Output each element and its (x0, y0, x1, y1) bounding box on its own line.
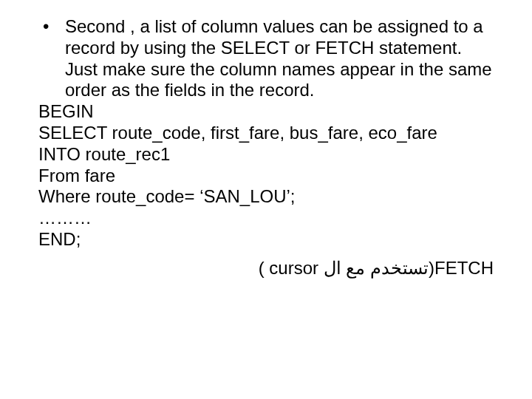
code-line-begin: BEGIN (38, 101, 494, 123)
code-line-from: From fare (38, 166, 494, 187)
code-line-where: Where route_code= ‘SAN_LOU’; (38, 186, 494, 208)
code-line-into: INTO route_rec1 (38, 144, 494, 166)
code-line-ellipsis: ……… (38, 208, 494, 229)
slide: • Second , a list of column values can b… (0, 0, 532, 399)
footer-right: )FETCH (429, 258, 494, 278)
code-line-select: SELECT route_code, first_fare, bus_fare,… (38, 123, 494, 144)
code-line-end: END; (38, 229, 494, 250)
footer-line: ( cursor تستخدم مع ال)FETCH (38, 258, 494, 279)
bullet-marker: • (38, 16, 65, 38)
bullet-item: • Second , a list of column values can b… (38, 16, 494, 101)
footer-left: ( cursor (259, 258, 324, 278)
bullet-text: Second , a list of column values can be … (65, 16, 494, 101)
footer-arabic: تستخدم مع ال (324, 258, 429, 278)
